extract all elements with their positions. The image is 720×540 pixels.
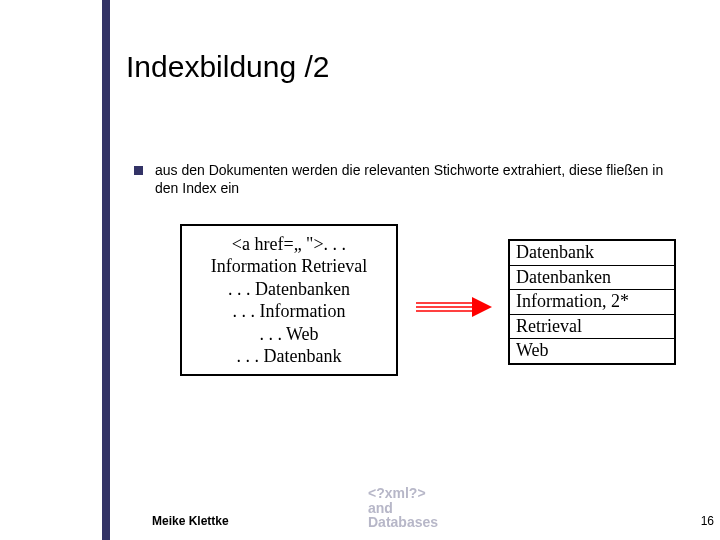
table-row: Information, 2*	[509, 290, 675, 315]
table-row: Retrieval	[509, 314, 675, 339]
bullet-square-icon	[134, 166, 143, 175]
logo-line: and	[368, 501, 438, 516]
index-cell: Web	[509, 339, 675, 364]
doc-line: . . . Datenbank	[237, 345, 342, 368]
table-row: Datenbanken	[509, 265, 675, 290]
bullet-item: aus den Dokumenten werden die relevanten…	[134, 162, 690, 197]
title-underline	[110, 97, 686, 119]
page-number: 16	[701, 514, 714, 528]
doc-line: Information Retrieval	[211, 255, 367, 278]
footer-author: Meike Klettke	[152, 514, 229, 528]
index-cell: Datenbank	[509, 240, 675, 265]
index-table: Datenbank Datenbanken Information, 2* Re…	[508, 239, 676, 365]
table-row: Web	[509, 339, 675, 364]
footer-logo: <?xml?> and Databases	[368, 486, 438, 530]
logo-line: Databases	[368, 515, 438, 530]
doc-line: . . . Information	[233, 300, 346, 323]
slide-title: Indexbildung /2	[126, 50, 686, 94]
doc-line: . . . Web	[259, 323, 318, 346]
document-box: <a href=„ ">. . . Information Retrieval …	[180, 224, 398, 376]
index-cell: Information, 2*	[509, 290, 675, 315]
index-cell: Datenbanken	[509, 265, 675, 290]
logo-line: <?xml?>	[368, 486, 438, 501]
vertical-accent-bar	[102, 0, 110, 540]
table-row: Datenbank	[509, 240, 675, 265]
doc-line: . . . Datenbanken	[228, 278, 350, 301]
index-cell: Retrieval	[509, 314, 675, 339]
svg-marker-3	[472, 297, 492, 317]
slide: Indexbildung /2 aus den Dokumenten werde…	[0, 0, 720, 540]
title-area: Indexbildung /2	[126, 50, 686, 94]
bullet-text: aus den Dokumenten werden die relevanten…	[155, 162, 690, 197]
arrow-icon	[416, 297, 492, 317]
doc-line: <a href=„ ">. . .	[232, 233, 346, 256]
